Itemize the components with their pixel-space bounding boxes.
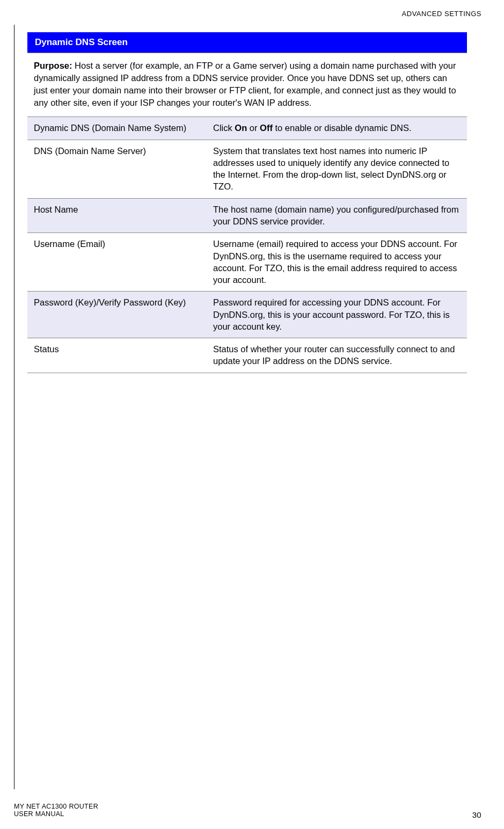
table-row: Username (Email) Username (email) requir… xyxy=(27,233,467,292)
param-name: DNS (Domain Name Server) xyxy=(27,140,207,198)
param-desc: The host name (domain name) you configur… xyxy=(207,198,467,233)
param-desc: Username (email) required to access your… xyxy=(207,233,467,292)
param-name: Password (Key)/Verify Password (Key) xyxy=(27,292,207,338)
table-row: Host Name The host name (domain name) yo… xyxy=(27,198,467,233)
content-frame: Dynamic DNS Screen Purpose: Host a serve… xyxy=(14,25,467,789)
param-desc: Password required for accessing your DDN… xyxy=(207,292,467,338)
table-row: Dynamic DNS (Domain Name System) Click O… xyxy=(27,117,467,140)
table-row: DNS (Domain Name Server) System that tra… xyxy=(27,140,467,198)
param-name: Status xyxy=(27,338,207,373)
table-row: Password (Key)/Verify Password (Key) Pas… xyxy=(27,292,467,338)
param-name: Dynamic DNS (Domain Name System) xyxy=(27,117,207,140)
table-row: Status Status of whether your router can… xyxy=(27,338,467,373)
purpose-label: Purpose: xyxy=(34,61,72,70)
footer-line2: USER MANUAL xyxy=(14,810,64,818)
header-section: ADVANCED SETTINGS xyxy=(402,10,481,18)
screen-title: Dynamic DNS Screen xyxy=(27,32,467,53)
page-number: 30 xyxy=(472,810,481,819)
param-name: Host Name xyxy=(27,198,207,233)
parameters-table: Dynamic DNS (Domain Name System) Click O… xyxy=(27,117,467,373)
param-desc: Click On or Off to enable or disable dyn… xyxy=(207,117,467,140)
footer: MY NET AC1300 ROUTER USER MANUAL 30 xyxy=(14,803,481,819)
purpose-row: Purpose: Host a server (for example, an … xyxy=(27,53,467,117)
param-name: Username (Email) xyxy=(27,233,207,292)
purpose-text: Host a server (for example, an FTP or a … xyxy=(34,61,456,107)
param-desc: System that translates text host names i… xyxy=(207,140,467,198)
param-desc: Status of whether your router can succes… xyxy=(207,338,467,373)
footer-line1: MY NET AC1300 ROUTER xyxy=(14,803,98,810)
